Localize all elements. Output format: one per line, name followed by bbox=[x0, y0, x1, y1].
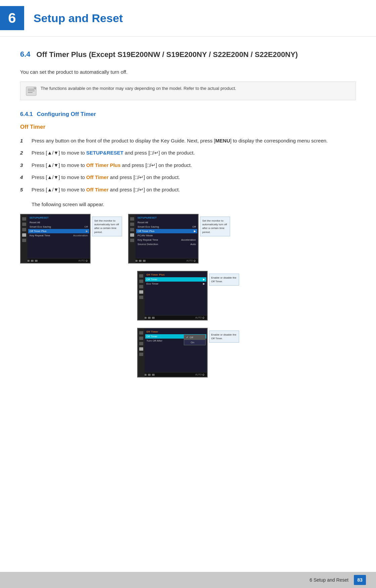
step-5: 5 Press [▲/▼] to move to Off Timer and p… bbox=[20, 186, 356, 194]
screen1-label: SETUP&RESET bbox=[30, 217, 88, 219]
page-title: Setup and Reset bbox=[34, 12, 123, 25]
screen-4-wrap: Off Timer Off Timer Turn Off After ✓ Off bbox=[137, 328, 239, 377]
s2-pcav: PC/AV Mode bbox=[138, 233, 196, 238]
s2-icon-2 bbox=[130, 223, 134, 226]
s2-bi-3 bbox=[139, 260, 142, 262]
step-1-num: 1 bbox=[20, 137, 28, 145]
s4-icon-4 bbox=[139, 347, 143, 351]
screen-2: SETUP&RESET Reset All Smart Eco SavingOf… bbox=[128, 214, 199, 263]
s2-icon-3 bbox=[130, 228, 134, 231]
popup-check-off: ✓ bbox=[186, 336, 189, 339]
step-3-body: Press [▲/▼] to move to Off Timer Plus an… bbox=[32, 162, 356, 169]
step-2-num: 2 bbox=[20, 149, 28, 157]
menu-item-eco: Smart Eco SavingOff bbox=[30, 225, 88, 229]
note-icon bbox=[26, 86, 37, 96]
chapter-number: 6 bbox=[8, 10, 16, 26]
screen-1: SETUP&RESET Reset All Smart Eco SavingOf… bbox=[20, 214, 91, 263]
screen2-auto: AUTO ⏻ bbox=[186, 259, 196, 262]
screen-3: Off Timer Plus Off Timer▶ Eco Timer▶ AUT… bbox=[137, 271, 208, 320]
step-5-num: 5 bbox=[20, 186, 28, 194]
screen2-tooltip: Set the monitor to automatically turn of… bbox=[200, 217, 230, 236]
s4-icon-5 bbox=[139, 353, 143, 356]
s3-icon-4 bbox=[139, 290, 143, 294]
sidebar-icon-1 bbox=[22, 217, 26, 221]
popup-off: ✓ Off bbox=[184, 335, 205, 340]
chapter-box: 6 bbox=[0, 6, 24, 30]
menu-item-keyrepeat: Key Repeat TimeAcceleration bbox=[30, 233, 88, 238]
sidebar-icon-3 bbox=[22, 228, 26, 231]
subsection-number: 6.4.1 bbox=[20, 111, 33, 118]
screen1-bottom: AUTO ⏻ bbox=[21, 258, 90, 263]
screen3-tooltip: Enable or disable the Off Timer. bbox=[209, 274, 239, 286]
sidebar-icon-5 bbox=[22, 239, 26, 242]
popup-off-label: Off bbox=[190, 336, 194, 339]
screen4-bottom: AUTO ⏻ bbox=[138, 372, 207, 377]
s4-icon-1 bbox=[139, 331, 143, 335]
note-text: The functions available on the monitor m… bbox=[41, 86, 236, 91]
s3-offtimer: Off Timer▶ bbox=[145, 277, 206, 282]
subsection-heading-641: 6.4.1 Configuring Off Timer bbox=[20, 111, 356, 118]
s2-keyrepeat: Key Repeat TimeAcceleration bbox=[138, 238, 196, 242]
page-header: 6 Setup and Reset bbox=[0, 0, 376, 37]
screen1-tooltip: Set the monitor to automatically turn of… bbox=[92, 217, 122, 236]
s2-offtimer: Off Timer Plus▶ bbox=[136, 229, 197, 233]
sidebar-icon-2 bbox=[22, 223, 26, 226]
screen4-label: Off Timer bbox=[147, 331, 205, 333]
section-number-64: 6.4 bbox=[20, 50, 31, 59]
footer-text: 6 Setup and Reset bbox=[310, 577, 348, 583]
note-box: The functions available on the monitor m… bbox=[20, 81, 356, 100]
section-title-64: Off Timer Plus (Except S19E200NW / S19E2… bbox=[37, 50, 298, 60]
screen-row-1: SETUP&RESET Reset All Smart Eco SavingOf… bbox=[20, 214, 356, 263]
monitor-main-2: SETUP&RESET Reset All Smart Eco SavingOf… bbox=[136, 215, 198, 258]
screen-4: Off Timer Off Timer Turn Off After ✓ Off bbox=[137, 328, 208, 377]
s3-icon-3 bbox=[139, 285, 143, 288]
monitor-main-4: Off Timer Off Timer Turn Off After ✓ Off bbox=[145, 329, 207, 372]
screen-3-wrap: Off Timer Plus Off Timer▶ Eco Timer▶ AUT… bbox=[137, 271, 239, 320]
step-2-body: Press [▲/▼] to move to SETUP&RESET and p… bbox=[32, 149, 356, 157]
popup-overlay: ✓ Off On bbox=[184, 335, 206, 345]
s3-bi-4 bbox=[152, 317, 155, 319]
step-3: 3 Press [▲/▼] to move to Off Timer Plus … bbox=[20, 162, 356, 169]
screen-2-wrap: SETUP&RESET Reset All Smart Eco SavingOf… bbox=[128, 214, 230, 263]
following-screen-text: The following screen will appear. bbox=[20, 201, 356, 207]
subsection-title: Configuring Off Timer bbox=[37, 111, 96, 118]
s3-icon-2 bbox=[139, 280, 143, 283]
sidebar-1 bbox=[21, 215, 28, 263]
steps-list: 1 Press any button on the front of the p… bbox=[20, 137, 356, 194]
step-1-body: Press any button on the front of the pro… bbox=[32, 137, 356, 145]
bi-4 bbox=[35, 260, 38, 262]
off-timer-heading: Off Timer bbox=[20, 124, 356, 130]
menu-item-offtimer: Off Timer Plus▶ bbox=[28, 229, 89, 233]
footer-page: 83 bbox=[354, 575, 366, 585]
s4-bi-4 bbox=[152, 374, 155, 376]
screen3-label: Off Timer Plus bbox=[147, 274, 205, 276]
step-4-num: 4 bbox=[20, 174, 28, 181]
s4-icon-2 bbox=[139, 337, 143, 340]
screen4-tooltip: Enable or disable the Off Timer. bbox=[209, 331, 239, 343]
screen4-auto: AUTO ⏻ bbox=[195, 373, 205, 376]
step-4-body: Press [▲/▼] to move to Off Timer and pre… bbox=[32, 174, 356, 181]
sidebar-3 bbox=[138, 272, 145, 320]
step-2: 2 Press [▲/▼] to move to SETUP&RESET and… bbox=[20, 149, 356, 157]
s3-icon-5 bbox=[139, 296, 143, 299]
screen3-auto: AUTO ⏻ bbox=[195, 316, 205, 319]
s2-icon-5 bbox=[130, 239, 134, 242]
s2-eco: Smart Eco SavingOff bbox=[138, 225, 196, 229]
s4-icon-3 bbox=[139, 342, 143, 345]
screen3-bottom: AUTO ⏻ bbox=[138, 315, 207, 320]
s2-source: Source DetectionAuto bbox=[138, 242, 196, 246]
screen2-bottom: AUTO ⏻ bbox=[129, 258, 198, 263]
page-footer: 6 Setup and Reset 83 bbox=[0, 572, 376, 588]
popup-on: On bbox=[184, 340, 205, 345]
main-content: 6.4 Off Timer Plus (Except S19E200NW / S… bbox=[0, 37, 376, 405]
monitor-main-1: SETUP&RESET Reset All Smart Eco SavingOf… bbox=[28, 215, 90, 258]
s3-ecotimer: Eco Timer▶ bbox=[147, 282, 205, 286]
monitor-main-3: Off Timer Plus Off Timer▶ Eco Timer▶ bbox=[145, 272, 207, 315]
bi-3 bbox=[31, 260, 34, 262]
menu-item-reset: Reset All bbox=[30, 220, 88, 225]
screen-row-3: Off Timer Off Timer Turn Off After ✓ Off bbox=[20, 328, 356, 377]
intro-paragraph: You can set the product to automatically… bbox=[20, 69, 356, 75]
step-1: 1 Press any button on the front of the p… bbox=[20, 137, 356, 145]
screen1-auto: AUTO ⏻ bbox=[78, 259, 88, 262]
screen-row-2: Off Timer Plus Off Timer▶ Eco Timer▶ AUT… bbox=[20, 271, 356, 320]
